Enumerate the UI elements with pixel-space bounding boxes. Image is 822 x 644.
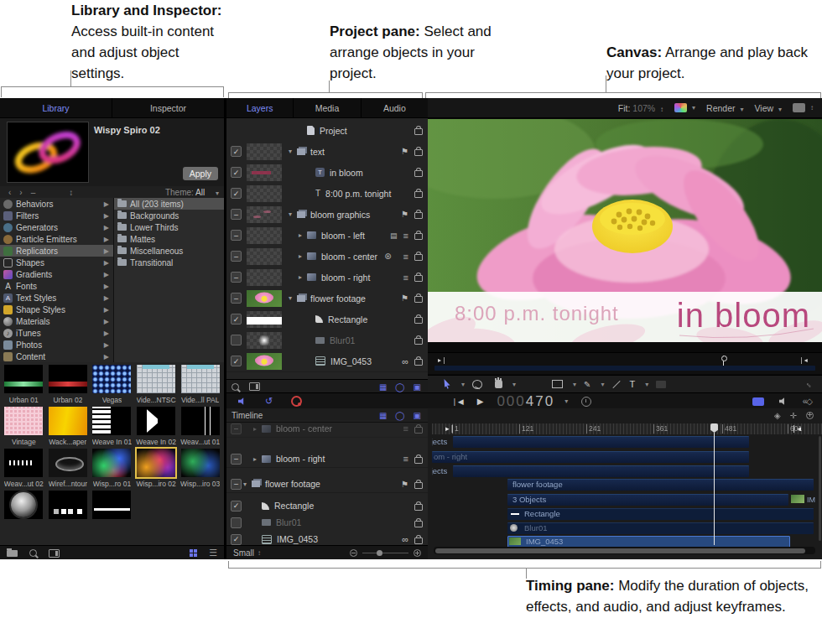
layer-name[interactable]: bloom graphics — [310, 210, 370, 220]
row-size-selector[interactable]: Small — [233, 548, 254, 558]
visibility-checkbox[interactable] — [231, 167, 242, 178]
folder-row[interactable]: Backgrounds — [114, 210, 224, 221]
library-thumbnail-cell[interactable]: Vide...NTSC — [135, 365, 178, 404]
mini-timeline[interactable]: ▸❘ ❘◂ — [428, 352, 822, 374]
select-tool-icon[interactable] — [443, 379, 451, 389]
disclosure-arrow-icon[interactable]: ▶ — [104, 224, 109, 231]
disclosure-triangle[interactable] — [289, 210, 297, 218]
track-row[interactable]: om - right — [432, 451, 822, 462]
flag-icon[interactable] — [401, 293, 408, 303]
thumbnail-image[interactable] — [181, 449, 220, 477]
category-row[interactable]: Filters ▶ — [0, 210, 113, 221]
visibility-checkbox[interactable] — [231, 335, 242, 345]
category-row[interactable]: Materials ▶ — [0, 315, 113, 327]
channels-control[interactable]: ▾ — [674, 103, 695, 112]
list-view-icon[interactable]: ☰ — [209, 548, 217, 558]
thumbnail-image[interactable] — [49, 365, 87, 393]
category-row[interactable]: Generators ▶ — [0, 221, 113, 233]
lock-icon[interactable] — [414, 275, 423, 282]
layer-name[interactable]: flower footage — [265, 479, 320, 489]
render-menu[interactable]: Render ▾ — [706, 103, 743, 113]
lock-icon[interactable] — [414, 521, 423, 527]
thumbnail-image[interactable] — [4, 491, 43, 519]
disclosure-triangle[interactable] — [243, 480, 252, 488]
lock-icon[interactable] — [414, 538, 423, 544]
thumbnail-image[interactable] — [181, 407, 220, 435]
disclosure-arrow-icon[interactable]: ▶ — [104, 247, 109, 255]
layer-row[interactable]: Project — [226, 120, 428, 142]
forward-arrow-icon[interactable]: › — [19, 188, 22, 197]
library-thumbnail-cell[interactable]: Weav...ut 02 — [3, 449, 45, 488]
lock-icon[interactable] — [414, 149, 423, 156]
track-bar[interactable] — [507, 522, 814, 534]
layer-thumbnail[interactable] — [247, 290, 282, 307]
thumbnail-image[interactable] — [137, 449, 175, 477]
track-bar[interactable] — [432, 451, 749, 463]
library-thumbnail-cell[interactable]: Urban 01 — [3, 365, 45, 404]
snapping-icon[interactable]: ✛ — [790, 411, 797, 420]
layer-name[interactable]: bloom - center — [321, 252, 377, 262]
layer-name[interactable]: Project — [320, 126, 347, 136]
library-thumbnail-cell[interactable] — [47, 491, 90, 530]
visibility-checkbox[interactable] — [231, 454, 242, 465]
layer-thumbnail[interactable] — [247, 353, 282, 370]
mini-playhead[interactable] — [723, 356, 724, 366]
disclosure-arrow-icon[interactable]: ▶ — [104, 283, 109, 290]
thumbnail-image[interactable] — [92, 449, 131, 477]
layer-name[interactable]: bloom - right — [276, 454, 325, 464]
library-thumbnail-cell[interactable]: Weav...ut 01 — [179, 407, 221, 446]
layer-row[interactable]: IMG_0453 — [226, 351, 428, 372]
disclosure-triangle[interactable] — [253, 455, 262, 463]
library-thumbnail-cell[interactable] — [91, 491, 133, 530]
tab-media[interactable]: Media — [294, 98, 361, 117]
mask-tool-icon[interactable] — [656, 381, 666, 388]
library-thumbnail-cell[interactable]: Urban 02 — [47, 365, 90, 404]
layer-thumbnail[interactable] — [247, 143, 282, 160]
thumbnail-image[interactable] — [49, 449, 87, 477]
layer-row[interactable]: Blur01 — [226, 330, 428, 351]
visibility-checkbox[interactable] — [231, 517, 242, 528]
filter-panel-icon[interactable] — [249, 382, 260, 391]
disclosure-arrow-icon[interactable]: ▶ — [104, 341, 109, 349]
thumbnail-image[interactable] — [92, 365, 131, 393]
track-bar[interactable] — [453, 436, 749, 448]
blend-icon[interactable] — [403, 454, 408, 464]
disclosure-arrow-icon[interactable]: ▶ — [104, 259, 109, 267]
layer-thumbnail[interactable] — [247, 206, 282, 223]
track-bar[interactable] — [507, 494, 788, 506]
horizontal-scrollbar[interactable] — [434, 547, 815, 554]
lock-icon[interactable] — [414, 338, 423, 345]
lock-icon[interactable] — [414, 317, 423, 324]
link-icon[interactable] — [402, 356, 408, 366]
view-menu[interactable]: View ▾ — [754, 103, 782, 113]
gear-icon[interactable]: ⊛ — [384, 252, 391, 261]
category-row[interactable]: Gradients ▶ — [0, 268, 113, 280]
track-bar[interactable] — [453, 465, 749, 477]
lock-icon[interactable] — [414, 359, 423, 366]
disclosure-triangle[interactable] — [299, 231, 307, 239]
disclosure-triangle[interactable] — [253, 425, 262, 433]
category-row[interactable]: Shape Styles ▶ — [0, 304, 113, 315]
layer-name[interactable]: bloom - center — [276, 423, 332, 434]
disclosure-arrow-icon[interactable]: ▶ — [104, 306, 109, 314]
lock-icon[interactable] — [414, 457, 423, 464]
visibility-checkbox[interactable] — [231, 423, 242, 434]
disclosure-arrow-icon[interactable]: ▶ — [104, 318, 109, 325]
visibility-checkbox[interactable] — [231, 251, 242, 262]
show-masks-icon[interactable]: ◯ — [395, 382, 404, 392]
category-row[interactable]: Text Styles ▶ — [0, 292, 113, 304]
layer-thumbnail[interactable] — [247, 227, 282, 244]
layer-thumbnail[interactable] — [247, 185, 282, 202]
visibility-checkbox[interactable] — [231, 230, 242, 241]
tab-layers[interactable]: Layers — [226, 98, 294, 117]
layer-name[interactable]: Blur01 — [330, 335, 355, 345]
zoom-slider[interactable] — [362, 553, 408, 553]
folder-row[interactable]: All (203 items) — [114, 198, 224, 210]
search-icon[interactable] — [232, 383, 239, 391]
zoom-level-control[interactable]: Fit: 107% ↕ — [618, 103, 663, 113]
thumbnail-image[interactable] — [4, 449, 43, 477]
library-thumbnail-cell[interactable]: Wisp...iro 02 — [135, 449, 178, 488]
in-marker[interactable]: ▸❘ — [445, 424, 455, 433]
track-row[interactable]: Blur01 — [432, 522, 822, 533]
visibility-checkbox[interactable] — [231, 188, 242, 199]
